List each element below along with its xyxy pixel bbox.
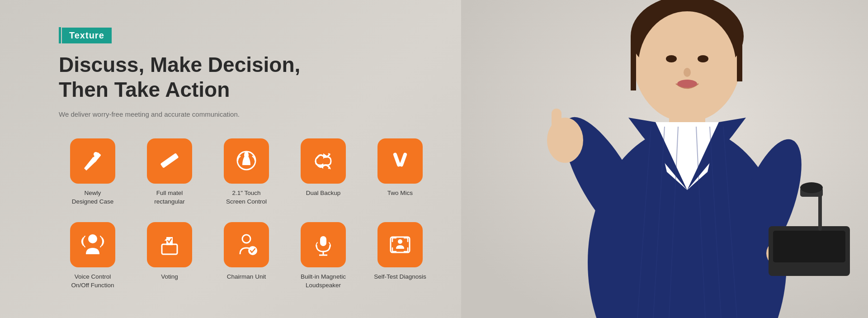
feature-label-rectangular: Full matelrectangular <box>154 189 185 206</box>
features-grid: NewlyDesigned Case Full matelrectangular <box>59 138 466 290</box>
feature-voting: Voting <box>136 222 203 290</box>
icon-box-touch <box>224 138 269 184</box>
case-icon <box>80 148 106 174</box>
heading-line1: Discuss, Make Decision, <box>59 52 466 77</box>
icon-box-mics <box>377 138 423 184</box>
feature-label-touch: 2.1" TouchScreen Control <box>226 189 267 206</box>
feature-label-voting: Voting <box>161 273 178 281</box>
svg-point-23 <box>684 68 691 77</box>
subtitle: We deliver worry-free meeting and accura… <box>59 110 466 118</box>
svg-point-16 <box>800 182 823 193</box>
svg-point-22 <box>698 55 708 62</box>
diagnosis-icon <box>387 232 413 258</box>
content-area: Texture Discuss, Make Decision, Then Tak… <box>59 27 466 290</box>
svg-rect-37 <box>399 152 407 167</box>
rectangular-icon <box>156 148 183 174</box>
svg-point-24 <box>677 80 697 88</box>
feature-label-diagnosis: Self-Test Diagnosis <box>374 273 426 281</box>
feature-label-speaker: Built-in MagneticLoudspeaker <box>301 273 346 290</box>
chairman-icon <box>233 232 259 258</box>
svg-point-21 <box>666 55 677 62</box>
icon-box-backup <box>301 138 346 184</box>
icon-box-chairman <box>224 222 269 267</box>
voting-icon <box>156 232 183 258</box>
svg-point-32 <box>94 152 98 157</box>
icon-box-voice <box>70 222 115 267</box>
svg-rect-14 <box>818 195 822 231</box>
svg-rect-33 <box>160 153 179 168</box>
texture-badge: Texture <box>59 27 112 43</box>
feature-dual-backup: Dual Backup <box>289 138 357 206</box>
svg-rect-42 <box>320 236 326 246</box>
voice-icon <box>80 232 106 258</box>
svg-point-38 <box>88 234 97 243</box>
icon-box-diagnosis <box>377 222 423 267</box>
svg-rect-39 <box>162 244 177 254</box>
feature-voice-control: Voice ControlOn/Off Function <box>59 222 127 290</box>
feature-speaker: Built-in MagneticLoudspeaker <box>289 222 357 290</box>
svg-rect-9 <box>552 109 561 138</box>
person-image <box>461 0 868 318</box>
feature-label-case: NewlyDesigned Case <box>72 189 113 206</box>
page-wrapper: Texture Discuss, Make Decision, Then Tak… <box>0 0 868 318</box>
feature-newly-designed-case: NewlyDesigned Case <box>59 138 127 206</box>
feature-label-voice: Voice ControlOn/Off Function <box>71 273 114 290</box>
feature-label-chairman: Chairman Unit <box>227 273 266 281</box>
icon-box-voting <box>147 222 192 267</box>
texture-label: Texture <box>62 28 112 43</box>
backup-icon <box>310 148 336 174</box>
svg-rect-18 <box>631 36 636 90</box>
icon-box-rectangular <box>147 138 192 184</box>
feature-two-mics: Two Mics <box>366 138 434 206</box>
svg-rect-13 <box>773 231 845 262</box>
heading-line2: Then Take Action <box>59 77 466 102</box>
feature-touch-screen: 2.1" TouchScreen Control <box>212 138 280 206</box>
feature-label-mics: Two Mics <box>387 189 413 198</box>
svg-point-20 <box>638 11 736 120</box>
icon-box-speaker <box>301 222 346 267</box>
feature-full-matel: Full matelrectangular <box>136 138 203 206</box>
svg-point-40 <box>242 235 250 243</box>
feature-label-backup: Dual Backup <box>306 189 341 198</box>
touch-icon <box>233 148 259 174</box>
main-heading: Discuss, Make Decision, Then Take Action <box>59 52 466 102</box>
feature-chairman-unit: Chairman Unit <box>212 222 280 290</box>
svg-rect-19 <box>737 36 742 81</box>
speaker-icon <box>310 232 336 258</box>
texture-bar <box>59 27 61 43</box>
mics-icon <box>387 148 413 174</box>
icon-box-case <box>70 138 115 184</box>
svg-point-46 <box>398 239 402 244</box>
feature-diagnosis: Self-Test Diagnosis <box>366 222 434 290</box>
